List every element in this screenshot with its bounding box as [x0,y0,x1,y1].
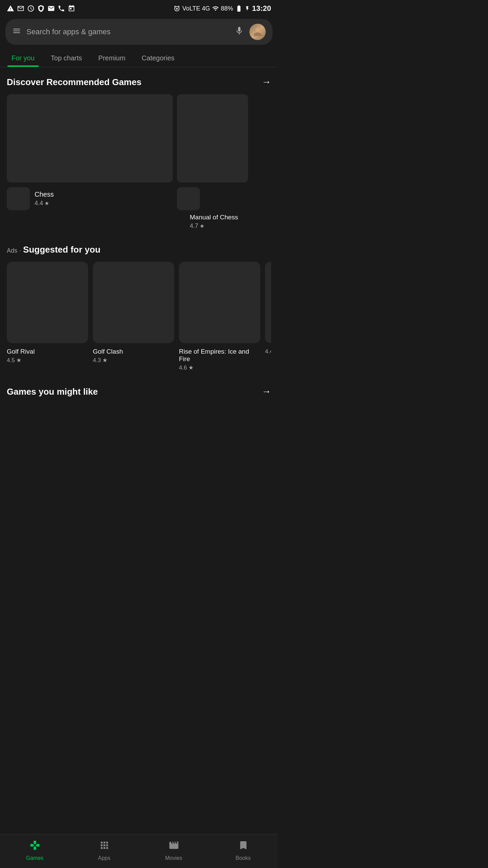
golf-rival-star: ★ [16,357,21,364]
manual-chess-app-icon [177,187,200,210]
status-bar: VoLTE 4G 88% 13:20 [0,0,278,16]
partial-ad-rating: 4.4 ★ [265,348,271,355]
partial-ad-card: 4.4 ★ [265,262,271,371]
golf-rival-card[interactable]: Golf Rival 4.5 ★ [7,262,88,371]
chess-app-name: Chess [35,191,54,198]
discover-arrow[interactable]: → [262,77,271,87]
chess-banner-image [7,94,173,182]
games-like-header: Games you might like → [7,386,271,397]
golf-rival-name: Golf Rival [7,348,88,355]
manual-chess-card-text: Manual of Chess 4.7 ★ [190,214,238,230]
search-placeholder[interactable]: Search for apps & games [26,27,229,36]
time-display: 13:20 [252,4,271,13]
rise-of-empires-star: ★ [188,364,194,371]
status-left-icons [7,5,75,12]
nav-tabs: For you Top charts Premium Categories [0,48,278,67]
battery-icon [235,5,243,12]
mail-icon [47,5,55,12]
rise-of-empires-card[interactable]: Rise of Empires: Ice and Fire 4.6 ★ [179,262,260,371]
ads-label: Ads [7,247,17,254]
discover-header: Discover Recommended Games → [7,77,271,87]
user-avatar[interactable] [249,24,266,40]
ads-section: Ads · Suggested for you Golf Rival 4.5 ★… [0,235,278,377]
search-bar[interactable]: Search for apps & games [5,19,272,45]
shield-icon [37,5,45,12]
phone-icon [58,5,65,12]
tab-top-charts[interactable]: Top charts [43,48,90,67]
ads-title: Suggested for you [23,244,100,255]
golf-clash-star: ★ [102,357,107,364]
manual-chess-name: Manual of Chess [190,214,238,221]
golf-clash-rating: 4.3 ★ [93,357,174,364]
chess-rating: 4.4 ★ [35,200,54,207]
manual-chess-text-row: Manual of Chess 4.7 ★ [7,214,271,230]
chess-card[interactable]: Chess 4.4 ★ [7,94,173,210]
ads-dot: · [19,247,21,254]
partial-ad-img [265,262,271,343]
manual-chess-rating: 4.7 ★ [190,222,238,230]
main-content: Discover Recommended Games → Chess 4.4 ★ [0,67,278,443]
calendar-icon [68,5,75,12]
games-like-section: Games you might like → [0,377,278,409]
rise-of-empires-img [179,262,260,343]
discover-title: Discover Recommended Games [7,77,141,87]
golf-rival-img [7,262,88,343]
chess-star: ★ [44,200,49,206]
games-like-title: Games you might like [7,387,98,397]
signal-icon [212,5,219,12]
ads-cards-scroll: Golf Rival 4.5 ★ Golf Clash 4.3 ★ Rise o… [7,262,271,371]
rise-of-empires-rating: 4.6 ★ [179,364,260,371]
tab-premium[interactable]: Premium [90,48,134,67]
charging-icon [245,6,250,11]
golf-clash-img [93,262,174,343]
manual-chess-banner-image [177,94,248,182]
tab-categories[interactable]: Categories [134,48,183,67]
rise-of-empires-name: Rise of Empires: Ice and Fire [179,348,260,363]
search-container: Search for apps & games [0,16,278,48]
battery-percent: 88% [221,5,233,12]
warning-icon [7,5,14,12]
games-like-arrow[interactable]: → [262,386,271,397]
golf-rival-rating: 4.5 ★ [7,357,88,364]
svg-point-0 [256,28,260,32]
signal-text: VoLTE 4G [182,5,210,12]
clock-icon [27,5,35,12]
discover-section: Discover Recommended Games → Chess 4.4 ★ [0,67,278,235]
tab-for-you[interactable]: For you [3,48,43,67]
golf-clash-card[interactable]: Golf Clash 4.3 ★ [93,262,174,371]
manual-chess-card[interactable] [177,94,248,210]
mic-icon[interactable] [235,26,244,38]
notification-icon [17,5,24,12]
alarm-icon [174,5,180,12]
status-right: VoLTE 4G 88% 13:20 [174,4,271,13]
chess-app-icon [7,187,30,210]
menu-icon[interactable] [12,26,21,37]
manual-chess-star: ★ [200,223,204,229]
chess-card-text: Chess 4.4 ★ [35,191,54,207]
golf-clash-name: Golf Clash [93,348,174,355]
chess-card-info: Chess 4.4 ★ [7,187,173,210]
discover-cards: Chess 4.4 ★ [7,94,271,210]
ads-header: Ads · Suggested for you [7,244,271,255]
manual-chess-info [177,187,248,210]
